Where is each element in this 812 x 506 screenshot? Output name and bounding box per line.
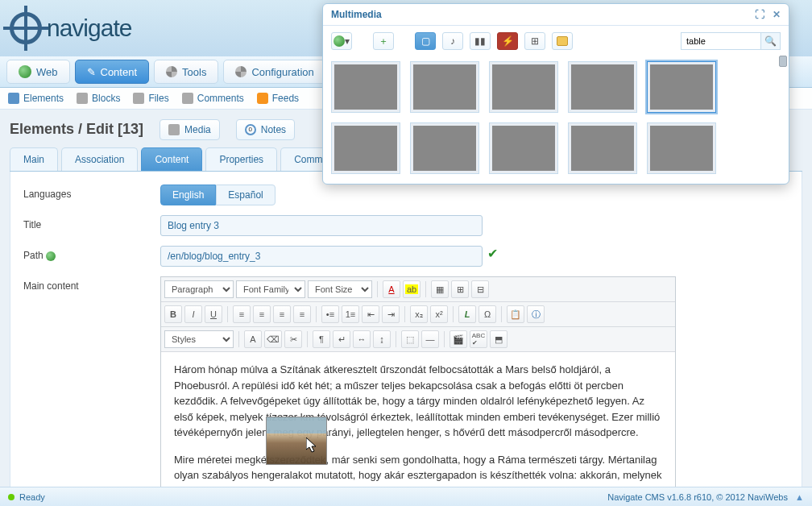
editor-align-left[interactable]: ≡	[233, 305, 251, 323]
subnav-files[interactable]: Files	[133, 93, 168, 104]
editor-grid2[interactable]: ⊟	[471, 280, 489, 298]
lang-english[interactable]: English	[160, 185, 216, 205]
editor-btn-c[interactable]: ✂	[284, 330, 302, 348]
filter-folder[interactable]	[552, 32, 573, 50]
editor-indent[interactable]: ⇥	[382, 305, 400, 323]
nav-config[interactable]: Configuration	[223, 60, 325, 84]
editor-textcolor[interactable]: A	[383, 280, 400, 298]
editor-fontsize-select[interactable]: Font Size	[308, 280, 372, 298]
editor-outdent[interactable]: ⇤	[362, 305, 379, 323]
nav-content[interactable]: ✎Content	[75, 60, 150, 84]
editor-paste[interactable]: 📋	[507, 305, 524, 323]
subnav-blocks[interactable]: Blocks	[77, 93, 120, 104]
title-input[interactable]	[160, 215, 483, 236]
editor-sup[interactable]: x²	[430, 305, 448, 323]
title-label: Title	[23, 215, 160, 230]
editor-styles-select[interactable]: Styles	[164, 330, 234, 348]
editor-italic[interactable]: I	[184, 305, 202, 323]
subnav-feeds[interactable]: Feeds	[257, 93, 299, 104]
popup-close-icon[interactable]: ✕	[773, 9, 781, 20]
thumb-8[interactable]	[489, 122, 558, 174]
editor-grid1[interactable]: ⊞	[451, 280, 469, 298]
editor-btn-d[interactable]: ¶	[313, 330, 330, 348]
rss-icon	[257, 93, 268, 104]
editor-ol[interactable]: 1≡	[342, 305, 359, 323]
notes-button[interactable]: 0Notes	[236, 119, 295, 140]
thumb-10[interactable]	[647, 122, 716, 174]
editor-sub[interactable]: x₂	[410, 305, 428, 323]
editor-btn-j[interactable]: 🎬	[450, 330, 467, 348]
thumb-1[interactable]	[331, 61, 400, 113]
path-input[interactable]	[160, 246, 483, 267]
drag-preview-thumb	[266, 417, 327, 465]
thumb-7[interactable]	[410, 122, 479, 174]
editor-btn-i[interactable]: —	[421, 330, 439, 348]
tab-main[interactable]: Main	[10, 147, 58, 171]
subnav-comments[interactable]: Comments	[182, 93, 244, 104]
editor-btn-b[interactable]: ⌫	[264, 330, 282, 348]
multimedia-popup: Multimedia ⛶ ✕ ▾ ＋ ▢ ♪ ▮▮ ⚡ ⊞ 🔍	[322, 3, 789, 185]
filter-flash[interactable]: ⚡	[497, 32, 518, 50]
scroll-top-icon[interactable]: ▲	[795, 492, 804, 502]
editor-help[interactable]: ⓘ	[527, 305, 545, 323]
thumb-6[interactable]	[331, 122, 400, 174]
main-content-label: Main content	[23, 276, 160, 292]
page-title: Elements / Edit [13]	[10, 118, 143, 141]
tab-content[interactable]: Content	[141, 147, 202, 171]
version-link[interactable]: Navigate CMS v1.6.8 r610	[607, 492, 711, 502]
editor-btn-f[interactable]: ↔	[353, 330, 371, 348]
editor-underline[interactable]: U	[205, 305, 222, 323]
filter-add[interactable]: ＋	[373, 32, 394, 50]
gear-icon	[235, 66, 246, 77]
folder-icon	[557, 36, 568, 46]
editor-btn-a[interactable]: A	[244, 330, 262, 348]
filter-other[interactable]: ⊞	[524, 32, 545, 50]
popup-thumbnail-grid	[323, 56, 789, 184]
popup-maximize-icon[interactable]: ⛶	[755, 9, 764, 20]
filter-image[interactable]: ▢	[415, 32, 436, 50]
elements-icon	[8, 93, 19, 104]
copyright-text: , © 2012 NaviWebs	[711, 492, 788, 502]
globe-icon	[19, 65, 31, 78]
popup-search-button[interactable]: 🔍	[761, 32, 781, 50]
thumb-2[interactable]	[410, 61, 479, 113]
filter-globe[interactable]: ▾	[331, 32, 352, 50]
thumb-3[interactable]	[489, 61, 558, 113]
editor-btn-h[interactable]: ⬚	[401, 330, 419, 348]
editor-body[interactable]: Három hónap múlva a Szítának átkeresztel…	[161, 352, 675, 505]
filter-audio[interactable]: ♪	[442, 32, 463, 50]
editor-btn-k[interactable]: ⬒	[490, 330, 508, 348]
status-bar: Ready Navigate CMS v1.6.8 r610, © 2012 N…	[0, 487, 812, 506]
filter-video[interactable]: ▮▮	[470, 32, 491, 50]
thumb-4[interactable]	[568, 61, 637, 113]
editor-align-center[interactable]: ≡	[253, 305, 271, 323]
editor-link[interactable]: L	[458, 305, 476, 323]
media-button[interactable]: Media	[160, 119, 220, 140]
tab-properties[interactable]: Properties	[205, 147, 277, 171]
editor-align-justify[interactable]: ≡	[293, 305, 311, 323]
popup-search-input[interactable]	[681, 32, 761, 50]
editor-fontfamily-select[interactable]: Font Family	[236, 280, 305, 298]
editor-ul[interactable]: •≡	[321, 305, 339, 323]
editor-bold[interactable]: B	[164, 305, 182, 323]
popup-scrollbar-thumb[interactable]	[779, 56, 787, 67]
editor-btn-e[interactable]: ↵	[333, 330, 350, 348]
editor-table[interactable]: ▦	[431, 280, 449, 298]
nav-config-label: Configuration	[251, 66, 313, 78]
editor-align-right[interactable]: ≡	[273, 305, 291, 323]
lang-spanish[interactable]: Español	[216, 185, 275, 205]
thumb-5[interactable]	[647, 61, 716, 113]
nav-web-label: Web	[36, 66, 58, 78]
subnav-elements[interactable]: Elements	[8, 93, 64, 104]
nav-web[interactable]: Web	[6, 60, 70, 84]
editor-bgcolor[interactable]: ab	[403, 280, 420, 298]
path-label: Path	[23, 246, 160, 261]
editor-btn-spell[interactable]: ABC✔	[470, 330, 487, 348]
thumb-9[interactable]	[568, 122, 637, 174]
popup-title-text: Multimedia	[331, 9, 382, 20]
editor-btn-g[interactable]: ↨	[373, 330, 391, 348]
nav-tools[interactable]: Tools	[154, 60, 218, 84]
editor-char[interactable]: Ω	[478, 305, 496, 323]
editor-format-select[interactable]: Paragraph	[164, 280, 234, 298]
tab-association[interactable]: Association	[61, 147, 138, 171]
